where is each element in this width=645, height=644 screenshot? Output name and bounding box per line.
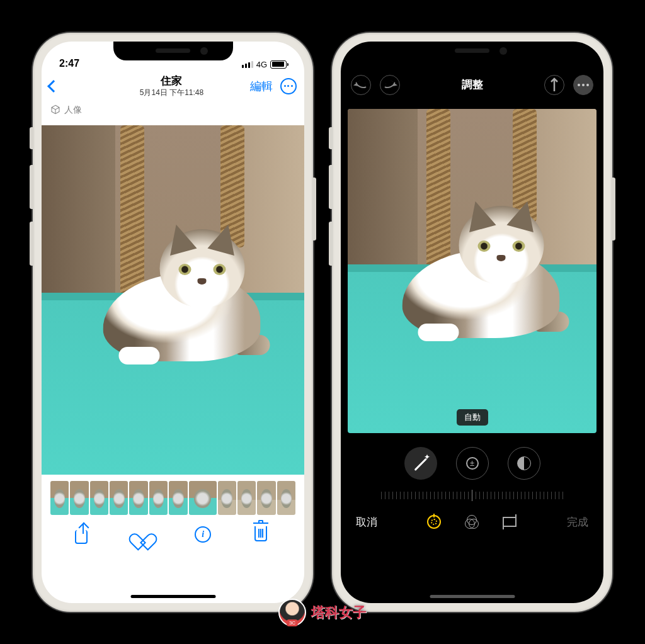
- editor-nav: 調整: [341, 70, 603, 100]
- auto-enhance-button[interactable]: [404, 447, 437, 480]
- done-button[interactable]: 完成: [567, 515, 588, 529]
- filters-tab[interactable]: [465, 515, 480, 530]
- thumbnail[interactable]: [90, 481, 108, 515]
- thumbnail[interactable]: [70, 481, 88, 515]
- adjust-tab[interactable]: [427, 515, 442, 530]
- redo-button[interactable]: [380, 75, 400, 95]
- cat-photo: [348, 109, 596, 433]
- brilliance-button[interactable]: [508, 447, 540, 480]
- photo-main[interactable]: [42, 125, 304, 475]
- back-button[interactable]: [47, 80, 60, 93]
- watermark-avatar-icon: [278, 599, 306, 626]
- watermark: 塔科女子: [278, 599, 367, 626]
- thumbnail[interactable]: [129, 481, 147, 515]
- watermark-text: 塔科女子: [311, 603, 367, 622]
- notch: [113, 42, 233, 60]
- cube-icon: [50, 105, 60, 116]
- photo-mode-row: 人像: [42, 101, 304, 120]
- adjustment-controls: ±: [341, 433, 603, 486]
- thumbnail[interactable]: [149, 481, 168, 515]
- home-indicator[interactable]: [430, 595, 515, 598]
- screen-photo-editor: 調整: [341, 42, 603, 603]
- signal-icon: [242, 61, 253, 68]
- photo-mode-label: 人像: [64, 105, 82, 116]
- markup-button[interactable]: [544, 75, 564, 95]
- exposure-icon: ±: [466, 457, 479, 470]
- home-indicator[interactable]: [130, 595, 215, 598]
- auto-label: 自動: [457, 409, 488, 426]
- notch: [413, 42, 532, 60]
- adjustment-slider[interactable]: [341, 486, 603, 505]
- screen-photos-viewer: 2:47 4G 住家 5月14日 下午11:48 編輯: [42, 42, 304, 603]
- thumbnail-current[interactable]: [189, 481, 217, 515]
- thumbnail[interactable]: [277, 481, 295, 515]
- undo-button[interactable]: [351, 75, 371, 95]
- thumbnail[interactable]: [169, 481, 187, 515]
- nav-title: 住家: [140, 75, 203, 88]
- thumbnail[interactable]: [257, 481, 275, 515]
- cancel-button[interactable]: 取消: [356, 515, 377, 529]
- wand-icon: [414, 456, 428, 470]
- photo-editing[interactable]: 自動: [348, 109, 596, 433]
- more-button[interactable]: [280, 78, 297, 94]
- phone-frame-right: 調整: [332, 33, 612, 612]
- thumbnail[interactable]: [110, 481, 128, 515]
- share-button[interactable]: [75, 526, 91, 543]
- contrast-icon: [517, 456, 531, 470]
- nav-subtitle: 5月14日 下午11:48: [140, 88, 203, 97]
- editor-bottom-bar: 取消 完成: [341, 505, 603, 550]
- battery-icon: [270, 60, 287, 69]
- status-carrier: 4G: [256, 60, 267, 69]
- thumbnail-strip[interactable]: [42, 475, 304, 517]
- exposure-button[interactable]: ±: [456, 447, 489, 480]
- thumbnail[interactable]: [218, 481, 236, 515]
- nav-bar: 住家 5月14日 下午11:48 編輯: [42, 72, 304, 101]
- phone-frame-left: 2:47 4G 住家 5月14日 下午11:48 編輯: [33, 33, 313, 612]
- delete-button[interactable]: [254, 526, 271, 543]
- favorite-button[interactable]: [135, 526, 151, 543]
- more-button[interactable]: [573, 75, 593, 95]
- cat-photo: [42, 125, 304, 475]
- thumbnail[interactable]: [237, 481, 256, 515]
- crop-tab[interactable]: [503, 515, 518, 530]
- edit-button[interactable]: 編輯: [250, 79, 273, 94]
- status-time: 2:47: [59, 58, 79, 69]
- info-button[interactable]: i: [195, 526, 211, 543]
- editor-title: 調整: [462, 77, 483, 92]
- bottom-toolbar: i: [42, 517, 304, 562]
- thumbnail[interactable]: [50, 481, 69, 515]
